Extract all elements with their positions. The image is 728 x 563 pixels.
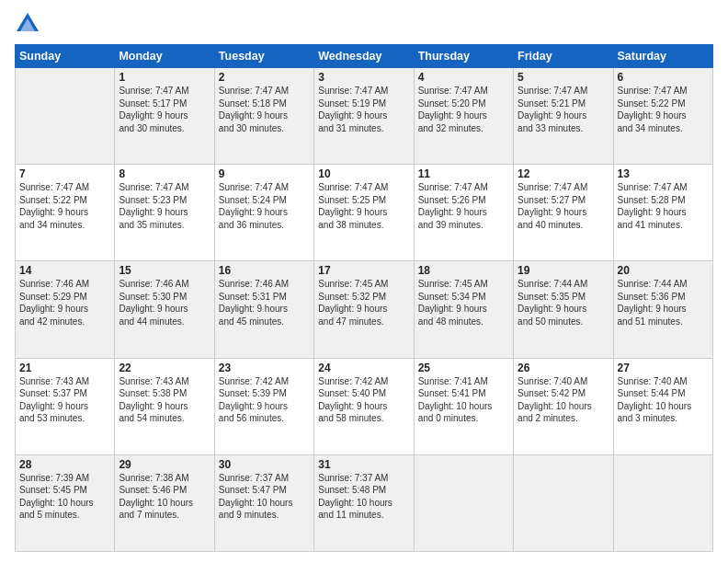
cell-text: Sunrise: 7:44 AMSunset: 5:36 PMDaylight:… [618, 278, 709, 327]
calendar-week-1: 7Sunrise: 7:47 AMSunset: 5:22 PMDaylight… [16, 165, 713, 261]
cell-text: Sunrise: 7:39 AMSunset: 5:45 PMDaylight:… [19, 472, 110, 522]
calendar-cell: 20Sunrise: 7:44 AMSunset: 5:36 PMDayligh… [613, 261, 712, 358]
cell-text: Sunrise: 7:42 AMSunset: 5:40 PMDaylight:… [318, 375, 409, 425]
day-number: 27 [618, 362, 709, 374]
cell-text: Sunrise: 7:47 AMSunset: 5:21 PMDaylight:… [518, 85, 609, 134]
day-number: 28 [19, 458, 110, 471]
day-number: 8 [119, 167, 210, 180]
day-number: 23 [219, 362, 310, 374]
calendar-cell: 24Sunrise: 7:42 AMSunset: 5:40 PMDayligh… [314, 358, 414, 454]
cell-text: Sunrise: 7:41 AMSunset: 5:41 PMDaylight:… [418, 375, 509, 425]
calendar-cell [16, 68, 115, 165]
logo-icon [15, 11, 40, 37]
day-number: 11 [418, 167, 509, 180]
day-number: 21 [19, 362, 110, 374]
cell-text: Sunrise: 7:38 AMSunset: 5:46 PMDaylight:… [119, 472, 210, 522]
calendar-cell: 10Sunrise: 7:47 AMSunset: 5:25 PMDayligh… [314, 165, 414, 261]
calendar-cell: 14Sunrise: 7:46 AMSunset: 5:29 PMDayligh… [16, 261, 115, 358]
day-number: 24 [318, 362, 409, 374]
cell-text: Sunrise: 7:47 AMSunset: 5:22 PMDaylight:… [618, 85, 709, 134]
calendar-cell: 19Sunrise: 7:44 AMSunset: 5:35 PMDayligh… [514, 261, 613, 358]
day-number: 3 [318, 71, 409, 84]
day-number: 10 [318, 167, 409, 180]
day-number: 18 [418, 264, 509, 277]
calendar-cell: 7Sunrise: 7:47 AMSunset: 5:22 PMDaylight… [16, 165, 115, 261]
calendar-cell: 2Sunrise: 7:47 AMSunset: 5:18 PMDaylight… [214, 68, 313, 165]
cell-text: Sunrise: 7:43 AMSunset: 5:37 PMDaylight:… [19, 375, 110, 425]
cell-text: Sunrise: 7:47 AMSunset: 5:28 PMDaylight:… [618, 181, 709, 231]
day-number: 16 [219, 264, 310, 277]
calendar-week-0: 1Sunrise: 7:47 AMSunset: 5:17 PMDaylight… [16, 68, 713, 165]
cell-text: Sunrise: 7:45 AMSunset: 5:34 PMDaylight:… [418, 278, 509, 327]
day-number: 7 [19, 167, 110, 180]
calendar-cell: 28Sunrise: 7:39 AMSunset: 5:45 PMDayligh… [16, 454, 115, 551]
day-number: 19 [518, 264, 609, 277]
cell-text: Sunrise: 7:42 AMSunset: 5:39 PMDaylight:… [219, 375, 310, 425]
calendar-cell: 30Sunrise: 7:37 AMSunset: 5:47 PMDayligh… [214, 454, 313, 551]
calendar-cell [414, 454, 513, 551]
day-number: 6 [618, 71, 709, 84]
cell-text: Sunrise: 7:47 AMSunset: 5:23 PMDaylight:… [119, 181, 210, 231]
calendar-cell: 31Sunrise: 7:37 AMSunset: 5:48 PMDayligh… [314, 454, 414, 551]
cell-text: Sunrise: 7:47 AMSunset: 5:19 PMDaylight:… [318, 85, 409, 134]
calendar-cell: 22Sunrise: 7:43 AMSunset: 5:38 PMDayligh… [115, 358, 214, 454]
cell-text: Sunrise: 7:47 AMSunset: 5:25 PMDaylight:… [318, 181, 409, 231]
header-day-thursday: Thursday [414, 45, 513, 68]
header-day-tuesday: Tuesday [214, 45, 313, 68]
cell-text: Sunrise: 7:40 AMSunset: 5:42 PMDaylight:… [518, 375, 609, 425]
cell-text: Sunrise: 7:46 AMSunset: 5:31 PMDaylight:… [219, 278, 310, 327]
day-number: 4 [418, 71, 509, 84]
day-number: 2 [219, 71, 310, 84]
cell-text: Sunrise: 7:47 AMSunset: 5:27 PMDaylight:… [518, 181, 609, 231]
cell-text: Sunrise: 7:37 AMSunset: 5:47 PMDaylight:… [219, 472, 310, 522]
calendar-cell: 13Sunrise: 7:47 AMSunset: 5:28 PMDayligh… [613, 165, 712, 261]
calendar-cell [613, 454, 712, 551]
calendar-cell: 21Sunrise: 7:43 AMSunset: 5:37 PMDayligh… [16, 358, 115, 454]
day-number: 15 [119, 264, 210, 277]
header-day-friday: Friday [514, 45, 613, 68]
logo [15, 11, 42, 37]
cell-text: Sunrise: 7:47 AMSunset: 5:22 PMDaylight:… [19, 181, 110, 231]
cell-text: Sunrise: 7:47 AMSunset: 5:20 PMDaylight:… [418, 85, 509, 134]
cell-text: Sunrise: 7:40 AMSunset: 5:44 PMDaylight:… [618, 375, 709, 425]
calendar-week-4: 28Sunrise: 7:39 AMSunset: 5:45 PMDayligh… [16, 454, 713, 551]
calendar-header-row: SundayMondayTuesdayWednesdayThursdayFrid… [16, 45, 713, 68]
calendar-table: SundayMondayTuesdayWednesdayThursdayFrid… [15, 44, 713, 552]
calendar-cell: 16Sunrise: 7:46 AMSunset: 5:31 PMDayligh… [214, 261, 313, 358]
calendar-cell: 26Sunrise: 7:40 AMSunset: 5:42 PMDayligh… [514, 358, 613, 454]
calendar-cell: 8Sunrise: 7:47 AMSunset: 5:23 PMDaylight… [115, 165, 214, 261]
calendar-cell: 25Sunrise: 7:41 AMSunset: 5:41 PMDayligh… [414, 358, 513, 454]
calendar-week-2: 14Sunrise: 7:46 AMSunset: 5:29 PMDayligh… [16, 261, 713, 358]
day-number: 13 [618, 167, 709, 180]
page: SundayMondayTuesdayWednesdayThursdayFrid… [0, 0, 728, 563]
calendar-cell: 11Sunrise: 7:47 AMSunset: 5:26 PMDayligh… [414, 165, 513, 261]
day-number: 22 [119, 362, 210, 374]
day-number: 5 [518, 71, 609, 84]
header-day-wednesday: Wednesday [314, 45, 414, 68]
header-day-sunday: Sunday [16, 45, 115, 68]
calendar-cell: 18Sunrise: 7:45 AMSunset: 5:34 PMDayligh… [414, 261, 513, 358]
day-number: 29 [119, 458, 210, 471]
cell-text: Sunrise: 7:47 AMSunset: 5:26 PMDaylight:… [418, 181, 509, 231]
calendar-cell [514, 454, 613, 551]
cell-text: Sunrise: 7:47 AMSunset: 5:17 PMDaylight:… [119, 85, 210, 134]
cell-text: Sunrise: 7:46 AMSunset: 5:30 PMDaylight:… [119, 278, 210, 327]
header-day-monday: Monday [115, 45, 214, 68]
calendar-cell: 27Sunrise: 7:40 AMSunset: 5:44 PMDayligh… [613, 358, 712, 454]
day-number: 25 [418, 362, 509, 374]
day-number: 26 [518, 362, 609, 374]
calendar-cell: 3Sunrise: 7:47 AMSunset: 5:19 PMDaylight… [314, 68, 414, 165]
day-number: 12 [518, 167, 609, 180]
calendar-cell: 1Sunrise: 7:47 AMSunset: 5:17 PMDaylight… [115, 68, 214, 165]
day-number: 1 [119, 71, 210, 84]
calendar-cell: 29Sunrise: 7:38 AMSunset: 5:46 PMDayligh… [115, 454, 214, 551]
header-day-saturday: Saturday [613, 45, 712, 68]
cell-text: Sunrise: 7:47 AMSunset: 5:18 PMDaylight:… [219, 85, 310, 134]
day-number: 20 [618, 264, 709, 277]
calendar-cell: 15Sunrise: 7:46 AMSunset: 5:30 PMDayligh… [115, 261, 214, 358]
cell-text: Sunrise: 7:44 AMSunset: 5:35 PMDaylight:… [518, 278, 609, 327]
day-number: 30 [219, 458, 310, 471]
calendar-cell: 9Sunrise: 7:47 AMSunset: 5:24 PMDaylight… [214, 165, 313, 261]
calendar-cell: 4Sunrise: 7:47 AMSunset: 5:20 PMDaylight… [414, 68, 513, 165]
cell-text: Sunrise: 7:46 AMSunset: 5:29 PMDaylight:… [19, 278, 110, 327]
